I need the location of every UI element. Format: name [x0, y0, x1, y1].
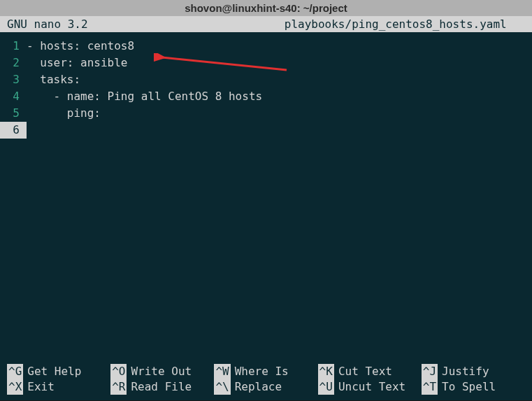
shortcut-key: ^O — [110, 364, 127, 379]
line-text[interactable]: tasks: — [27, 71, 80, 88]
shortcut-key: ^X — [7, 379, 23, 395]
shortcut-key: ^W — [214, 364, 230, 379]
shortcut-uncut[interactable]: ^U Uncut Text — [318, 379, 422, 395]
line-number: 5 — [0, 105, 27, 122]
shortcut-writeout[interactable]: ^O Write Out — [110, 364, 214, 379]
shortcut-help[interactable]: ^G Get Help — [7, 364, 110, 379]
line-number: 1 — [0, 38, 27, 55]
line-text[interactable]: - hosts: centos8 — [27, 38, 134, 55]
line-number: 6 — [0, 122, 27, 139]
code-line[interactable]: 5 ping: — [0, 105, 532, 122]
shortcut-cut[interactable]: ^K Cut Text — [318, 364, 422, 379]
shortcut-whereis[interactable]: ^W Where Is — [214, 364, 317, 379]
shortcut-label: Justify — [442, 364, 489, 379]
line-number: 3 — [0, 71, 27, 88]
shortcut-key: ^\ — [214, 379, 230, 395]
shortcut-replace[interactable]: ^\ Replace — [214, 379, 317, 395]
code-line[interactable]: 1 - hosts: centos8 — [0, 38, 532, 55]
shortcut-label: Get Help — [27, 364, 81, 379]
line-text[interactable]: ping: — [27, 105, 101, 122]
shortcut-justify[interactable]: ^J Justify — [422, 364, 525, 379]
code-line[interactable]: 6 — [0, 122, 532, 139]
line-number: 2 — [0, 55, 27, 71]
editor-area[interactable]: 1 - hosts: centos8 2 user: ansible 3 tas… — [0, 32, 532, 144]
shortcut-key: ^U — [318, 379, 334, 395]
code-line[interactable]: 2 user: ansible — [0, 55, 532, 71]
shortcut-key: ^T — [422, 379, 438, 395]
window-titlebar: shovon@linuxhint-s40: ~/project — [0, 0, 532, 16]
shortcut-label: Write Out — [131, 364, 192, 379]
line-text[interactable]: - name: Ping all CentOS 8 hosts — [27, 88, 262, 105]
shortcut-key: ^G — [7, 364, 23, 379]
shortcut-key: ^R — [110, 379, 127, 395]
shortcut-label: Exit — [27, 379, 55, 395]
nano-shortcuts: ^G Get Help ^O Write Out ^W Where Is ^K … — [7, 364, 525, 395]
shortcut-exit[interactable]: ^X Exit — [7, 379, 110, 395]
shortcut-readfile[interactable]: ^R Read File — [110, 379, 214, 395]
window-title: shovon@linuxhint-s40: ~/project — [185, 2, 347, 14]
shortcut-label: Replace — [235, 379, 282, 395]
file-path: playbooks/ping_centos8_hosts.yaml — [266, 17, 526, 31]
shortcut-label: Cut Text — [338, 364, 392, 379]
app-name: GNU nano 3.2 — [7, 17, 266, 31]
nano-header: GNU nano 3.2 playbooks/ping_centos8_host… — [0, 16, 532, 32]
shortcut-key: ^J — [422, 364, 438, 379]
line-number: 4 — [0, 88, 27, 105]
shortcut-row: ^G Get Help ^O Write Out ^W Where Is ^K … — [7, 364, 525, 379]
code-line[interactable]: 4 - name: Ping all CentOS 8 hosts — [0, 88, 532, 105]
shortcut-row: ^X Exit ^R Read File ^\ Replace ^U Uncut… — [7, 379, 525, 395]
line-text[interactable]: user: ansible — [27, 55, 128, 71]
shortcut-label: To Spell — [442, 379, 496, 395]
terminal-window: shovon@linuxhint-s40: ~/project GNU nano… — [0, 0, 532, 401]
shortcut-label: Read File — [131, 379, 192, 395]
shortcut-label: Where Is — [235, 364, 289, 379]
shortcut-key: ^K — [318, 364, 334, 379]
code-line[interactable]: 3 tasks: — [0, 71, 532, 88]
shortcut-spell[interactable]: ^T To Spell — [422, 379, 525, 395]
terminal-area[interactable]: GNU nano 3.2 playbooks/ping_centos8_host… — [0, 16, 532, 400]
shortcut-label: Uncut Text — [338, 379, 405, 395]
